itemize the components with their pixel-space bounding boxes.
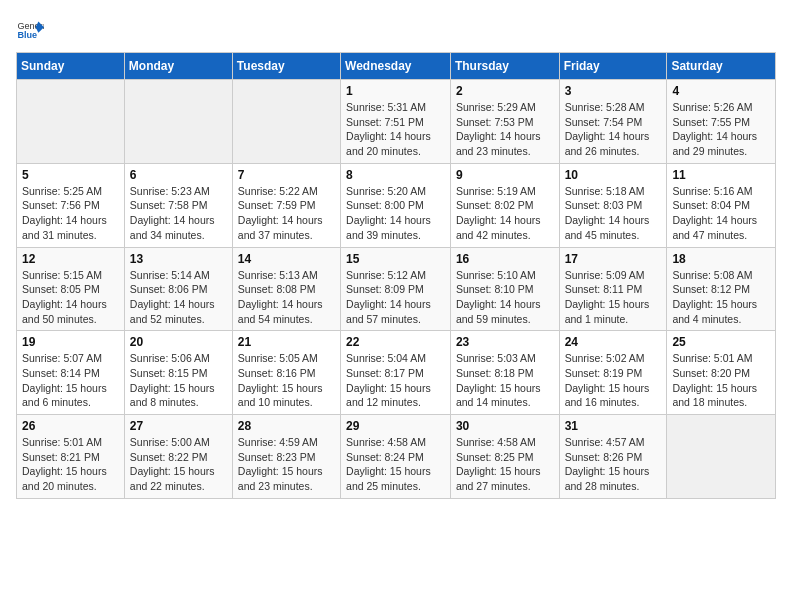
day-number: 4	[672, 84, 770, 98]
day-info: Sunrise: 5:25 AM Sunset: 7:56 PM Dayligh…	[22, 184, 119, 243]
calendar-cell	[232, 80, 340, 164]
day-info: Sunrise: 5:03 AM Sunset: 8:18 PM Dayligh…	[456, 351, 554, 410]
day-info: Sunrise: 5:20 AM Sunset: 8:00 PM Dayligh…	[346, 184, 445, 243]
calendar-cell: 2Sunrise: 5:29 AM Sunset: 7:53 PM Daylig…	[450, 80, 559, 164]
calendar-cell: 4Sunrise: 5:26 AM Sunset: 7:55 PM Daylig…	[667, 80, 776, 164]
day-info: Sunrise: 5:08 AM Sunset: 8:12 PM Dayligh…	[672, 268, 770, 327]
svg-text:Blue: Blue	[17, 30, 37, 40]
calendar-cell: 7Sunrise: 5:22 AM Sunset: 7:59 PM Daylig…	[232, 163, 340, 247]
day-number: 23	[456, 335, 554, 349]
day-info: Sunrise: 5:13 AM Sunset: 8:08 PM Dayligh…	[238, 268, 335, 327]
calendar-cell: 12Sunrise: 5:15 AM Sunset: 8:05 PM Dayli…	[17, 247, 125, 331]
day-info: Sunrise: 5:14 AM Sunset: 8:06 PM Dayligh…	[130, 268, 227, 327]
calendar-cell: 11Sunrise: 5:16 AM Sunset: 8:04 PM Dayli…	[667, 163, 776, 247]
day-info: Sunrise: 5:28 AM Sunset: 7:54 PM Dayligh…	[565, 100, 662, 159]
weekday-header-wednesday: Wednesday	[341, 53, 451, 80]
calendar-week-2: 5Sunrise: 5:25 AM Sunset: 7:56 PM Daylig…	[17, 163, 776, 247]
logo: General Blue	[16, 16, 48, 44]
day-info: Sunrise: 5:26 AM Sunset: 7:55 PM Dayligh…	[672, 100, 770, 159]
day-number: 26	[22, 419, 119, 433]
calendar-cell: 28Sunrise: 4:59 AM Sunset: 8:23 PM Dayli…	[232, 415, 340, 499]
day-number: 25	[672, 335, 770, 349]
calendar-cell: 18Sunrise: 5:08 AM Sunset: 8:12 PM Dayli…	[667, 247, 776, 331]
day-number: 1	[346, 84, 445, 98]
day-number: 14	[238, 252, 335, 266]
calendar-cell: 1Sunrise: 5:31 AM Sunset: 7:51 PM Daylig…	[341, 80, 451, 164]
day-info: Sunrise: 5:22 AM Sunset: 7:59 PM Dayligh…	[238, 184, 335, 243]
day-number: 11	[672, 168, 770, 182]
day-info: Sunrise: 5:10 AM Sunset: 8:10 PM Dayligh…	[456, 268, 554, 327]
header: General Blue	[16, 16, 776, 44]
day-info: Sunrise: 5:00 AM Sunset: 8:22 PM Dayligh…	[130, 435, 227, 494]
weekday-header-sunday: Sunday	[17, 53, 125, 80]
calendar-cell: 24Sunrise: 5:02 AM Sunset: 8:19 PM Dayli…	[559, 331, 667, 415]
calendar-week-5: 26Sunrise: 5:01 AM Sunset: 8:21 PM Dayli…	[17, 415, 776, 499]
day-info: Sunrise: 5:01 AM Sunset: 8:21 PM Dayligh…	[22, 435, 119, 494]
day-info: Sunrise: 5:02 AM Sunset: 8:19 PM Dayligh…	[565, 351, 662, 410]
calendar-cell: 23Sunrise: 5:03 AM Sunset: 8:18 PM Dayli…	[450, 331, 559, 415]
day-info: Sunrise: 5:09 AM Sunset: 8:11 PM Dayligh…	[565, 268, 662, 327]
weekday-header-row: SundayMondayTuesdayWednesdayThursdayFrid…	[17, 53, 776, 80]
day-number: 3	[565, 84, 662, 98]
calendar-cell: 17Sunrise: 5:09 AM Sunset: 8:11 PM Dayli…	[559, 247, 667, 331]
day-number: 22	[346, 335, 445, 349]
day-number: 8	[346, 168, 445, 182]
calendar-cell: 25Sunrise: 5:01 AM Sunset: 8:20 PM Dayli…	[667, 331, 776, 415]
day-info: Sunrise: 5:05 AM Sunset: 8:16 PM Dayligh…	[238, 351, 335, 410]
day-number: 18	[672, 252, 770, 266]
day-info: Sunrise: 4:58 AM Sunset: 8:25 PM Dayligh…	[456, 435, 554, 494]
day-info: Sunrise: 5:06 AM Sunset: 8:15 PM Dayligh…	[130, 351, 227, 410]
calendar-cell: 15Sunrise: 5:12 AM Sunset: 8:09 PM Dayli…	[341, 247, 451, 331]
calendar-cell: 22Sunrise: 5:04 AM Sunset: 8:17 PM Dayli…	[341, 331, 451, 415]
calendar-cell: 20Sunrise: 5:06 AM Sunset: 8:15 PM Dayli…	[124, 331, 232, 415]
weekday-header-saturday: Saturday	[667, 53, 776, 80]
calendar-cell: 26Sunrise: 5:01 AM Sunset: 8:21 PM Dayli…	[17, 415, 125, 499]
day-number: 16	[456, 252, 554, 266]
day-number: 5	[22, 168, 119, 182]
calendar-cell: 30Sunrise: 4:58 AM Sunset: 8:25 PM Dayli…	[450, 415, 559, 499]
weekday-header-tuesday: Tuesday	[232, 53, 340, 80]
day-info: Sunrise: 5:04 AM Sunset: 8:17 PM Dayligh…	[346, 351, 445, 410]
day-number: 12	[22, 252, 119, 266]
calendar-cell	[667, 415, 776, 499]
calendar-cell: 31Sunrise: 4:57 AM Sunset: 8:26 PM Dayli…	[559, 415, 667, 499]
calendar-cell	[17, 80, 125, 164]
day-number: 29	[346, 419, 445, 433]
day-number: 24	[565, 335, 662, 349]
calendar-cell: 3Sunrise: 5:28 AM Sunset: 7:54 PM Daylig…	[559, 80, 667, 164]
calendar-cell: 6Sunrise: 5:23 AM Sunset: 7:58 PM Daylig…	[124, 163, 232, 247]
day-info: Sunrise: 5:01 AM Sunset: 8:20 PM Dayligh…	[672, 351, 770, 410]
day-number: 30	[456, 419, 554, 433]
calendar-cell: 9Sunrise: 5:19 AM Sunset: 8:02 PM Daylig…	[450, 163, 559, 247]
day-number: 21	[238, 335, 335, 349]
calendar-cell: 5Sunrise: 5:25 AM Sunset: 7:56 PM Daylig…	[17, 163, 125, 247]
day-number: 20	[130, 335, 227, 349]
day-info: Sunrise: 4:59 AM Sunset: 8:23 PM Dayligh…	[238, 435, 335, 494]
calendar-cell: 10Sunrise: 5:18 AM Sunset: 8:03 PM Dayli…	[559, 163, 667, 247]
day-number: 13	[130, 252, 227, 266]
weekday-header-thursday: Thursday	[450, 53, 559, 80]
calendar-cell	[124, 80, 232, 164]
day-number: 27	[130, 419, 227, 433]
day-info: Sunrise: 5:19 AM Sunset: 8:02 PM Dayligh…	[456, 184, 554, 243]
calendar-week-1: 1Sunrise: 5:31 AM Sunset: 7:51 PM Daylig…	[17, 80, 776, 164]
day-number: 2	[456, 84, 554, 98]
day-number: 7	[238, 168, 335, 182]
day-info: Sunrise: 5:15 AM Sunset: 8:05 PM Dayligh…	[22, 268, 119, 327]
weekday-header-friday: Friday	[559, 53, 667, 80]
day-info: Sunrise: 4:57 AM Sunset: 8:26 PM Dayligh…	[565, 435, 662, 494]
day-number: 28	[238, 419, 335, 433]
day-info: Sunrise: 5:12 AM Sunset: 8:09 PM Dayligh…	[346, 268, 445, 327]
calendar-cell: 16Sunrise: 5:10 AM Sunset: 8:10 PM Dayli…	[450, 247, 559, 331]
calendar-week-4: 19Sunrise: 5:07 AM Sunset: 8:14 PM Dayli…	[17, 331, 776, 415]
day-info: Sunrise: 5:23 AM Sunset: 7:58 PM Dayligh…	[130, 184, 227, 243]
day-number: 19	[22, 335, 119, 349]
calendar-week-3: 12Sunrise: 5:15 AM Sunset: 8:05 PM Dayli…	[17, 247, 776, 331]
day-info: Sunrise: 5:07 AM Sunset: 8:14 PM Dayligh…	[22, 351, 119, 410]
day-info: Sunrise: 4:58 AM Sunset: 8:24 PM Dayligh…	[346, 435, 445, 494]
calendar-cell: 14Sunrise: 5:13 AM Sunset: 8:08 PM Dayli…	[232, 247, 340, 331]
calendar-cell: 8Sunrise: 5:20 AM Sunset: 8:00 PM Daylig…	[341, 163, 451, 247]
calendar: SundayMondayTuesdayWednesdayThursdayFrid…	[16, 52, 776, 499]
calendar-cell: 13Sunrise: 5:14 AM Sunset: 8:06 PM Dayli…	[124, 247, 232, 331]
day-number: 31	[565, 419, 662, 433]
